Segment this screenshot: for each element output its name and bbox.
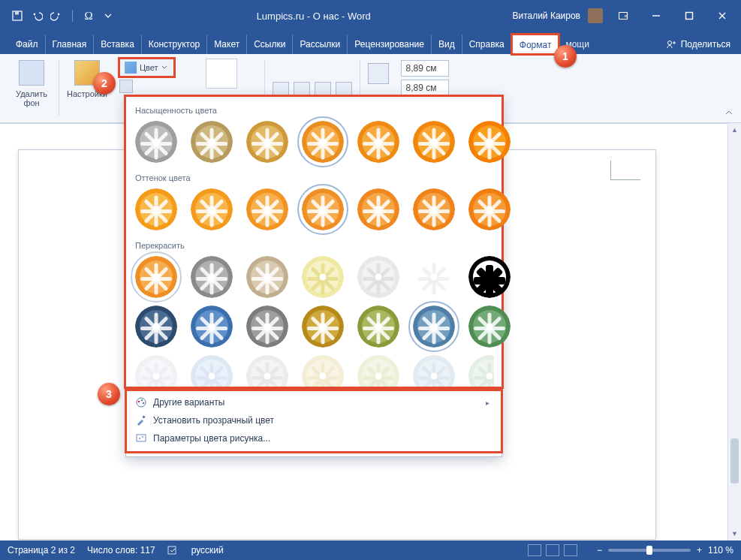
zoom-in-icon[interactable]: + — [697, 545, 702, 555]
scrollbar-thumb[interactable] — [730, 438, 739, 483]
avatar[interactable] — [588, 8, 603, 23]
omega-icon[interactable]: Ω — [82, 9, 95, 23]
print-layout-icon[interactable] — [546, 544, 559, 556]
color-swatch[interactable] — [357, 256, 399, 298]
svg-point-9 — [143, 402, 144, 404]
color-swatch[interactable] — [413, 121, 455, 163]
color-swatch[interactable] — [246, 121, 288, 163]
zoom-out-icon[interactable]: − — [597, 545, 602, 555]
ribbon-tabs: Файл Главная Вставка Конструктор Макет С… — [0, 32, 741, 54]
color-swatch[interactable] — [468, 256, 511, 298]
color-swatch[interactable] — [135, 355, 177, 387]
color-swatch-icon — [125, 62, 137, 74]
color-swatch[interactable] — [302, 306, 344, 348]
artistic-effects-icon[interactable] — [119, 80, 133, 93]
more-colors-item[interactable]: Другие варианты ▸ — [134, 393, 494, 411]
tab-references[interactable]: Ссылки — [247, 35, 293, 54]
width-input[interactable]: 8,89 см — [401, 80, 449, 96]
eyedropper-icon — [135, 414, 147, 426]
recolor-row — [134, 304, 494, 354]
color-swatch[interactable] — [302, 121, 344, 163]
color-button[interactable]: Цвет — [119, 59, 174, 77]
page-indicator[interactable]: Страница 2 из 2 — [8, 545, 75, 555]
tab-view[interactable]: Вид — [432, 35, 462, 54]
tab-design[interactable]: Конструктор — [142, 35, 207, 54]
read-mode-icon[interactable] — [528, 544, 541, 556]
color-swatch[interactable] — [191, 355, 233, 387]
color-swatch[interactable] — [468, 355, 494, 387]
redo-icon[interactable] — [50, 9, 63, 23]
set-transparent-item[interactable]: Установить прозрачный цвет — [134, 411, 494, 429]
tab-mailings[interactable]: Рассылки — [293, 35, 348, 54]
scroll-down-icon[interactable]: ▼ — [728, 527, 741, 540]
save-icon[interactable] — [11, 9, 24, 23]
color-swatch[interactable] — [413, 306, 455, 348]
color-swatch[interactable] — [413, 355, 455, 387]
color-swatch[interactable] — [413, 256, 455, 298]
color-swatch[interactable] — [246, 306, 288, 348]
tab-insert[interactable]: Вставка — [94, 35, 142, 54]
tab-format[interactable]: Формат — [512, 35, 559, 54]
word-count[interactable]: Число слов: 117 — [87, 545, 155, 555]
color-swatch[interactable] — [468, 188, 511, 230]
color-swatch[interactable] — [191, 256, 233, 298]
color-swatch[interactable] — [135, 188, 177, 230]
tab-home[interactable]: Главная — [46, 35, 95, 54]
color-swatch[interactable] — [135, 121, 177, 163]
user-name: Виталий Каиров — [512, 11, 580, 21]
zoom-control[interactable]: − + 110 % — [597, 545, 733, 555]
color-swatch[interactable] — [302, 256, 344, 298]
color-swatch[interactable] — [246, 188, 288, 230]
color-swatch[interactable] — [302, 188, 344, 230]
color-swatch[interactable] — [357, 306, 399, 348]
svg-rect-10 — [142, 415, 145, 418]
color-swatch[interactable] — [468, 306, 511, 348]
language-indicator[interactable]: русский — [191, 545, 224, 555]
tone-row — [134, 187, 494, 236]
recolor-heading: Перекрасить — [135, 241, 492, 250]
tab-help[interactable]: Справка — [462, 35, 512, 54]
close-icon[interactable] — [709, 5, 735, 26]
web-layout-icon[interactable] — [564, 544, 577, 556]
color-swatch[interactable] — [191, 188, 233, 230]
share-button[interactable]: Поделиться — [666, 35, 730, 54]
color-swatch[interactable] — [191, 306, 233, 348]
picture-color-options-item[interactable]: Параметры цвета рисунка... — [134, 429, 494, 447]
color-swatch[interactable] — [246, 355, 288, 387]
style-thumb[interactable] — [206, 59, 237, 89]
minimize-icon[interactable] — [643, 5, 669, 26]
color-swatch[interactable] — [191, 121, 233, 163]
remove-background-button[interactable]: Удалитьфон — [6, 59, 57, 119]
color-swatch[interactable] — [413, 188, 455, 230]
color-swatch[interactable] — [357, 121, 399, 163]
color-swatch[interactable] — [135, 306, 177, 348]
tab-review[interactable]: Рецензирование — [348, 35, 432, 54]
collapse-ribbon-icon[interactable] — [721, 107, 736, 119]
chevron-down-icon[interactable] — [101, 9, 115, 23]
quick-access-toolbar: Ω — [11, 9, 115, 23]
color-swatch[interactable] — [246, 256, 288, 298]
remove-bg-icon — [19, 60, 44, 86]
tab-layout[interactable]: Макет — [207, 35, 247, 54]
color-swatch[interactable] — [468, 121, 511, 163]
zoom-level[interactable]: 110 % — [708, 545, 733, 555]
ribbon-display-icon[interactable] — [610, 5, 636, 26]
color-swatch[interactable] — [357, 188, 399, 230]
maximize-icon[interactable] — [676, 5, 702, 26]
color-swatch[interactable] — [357, 355, 399, 387]
saturation-row — [134, 119, 494, 169]
spellcheck-icon[interactable] — [167, 545, 179, 555]
vertical-scrollbar[interactable]: ▲ ▼ — [727, 123, 741, 540]
recolor-row — [134, 354, 494, 387]
palette-icon — [135, 396, 147, 408]
title-bar: Ω Lumpics.ru - О нас - Word Виталий Каир… — [0, 0, 741, 32]
color-swatch[interactable] — [302, 355, 344, 387]
zoom-slider[interactable] — [608, 549, 691, 552]
share-label: Поделиться — [681, 39, 730, 50]
undo-icon[interactable] — [30, 9, 44, 23]
tab-file[interactable]: Файл — [9, 35, 46, 54]
zoom-knob[interactable] — [646, 546, 652, 555]
color-swatch[interactable] — [135, 256, 177, 298]
scroll-up-icon[interactable]: ▲ — [728, 123, 741, 137]
height-input[interactable]: 8,89 см — [401, 60, 449, 77]
